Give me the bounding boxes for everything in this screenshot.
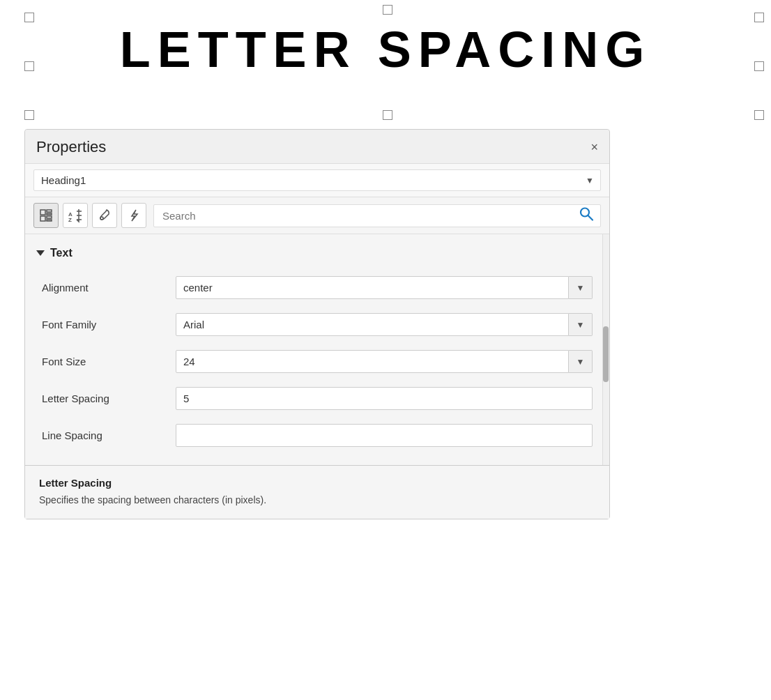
search-input[interactable] (153, 204, 601, 227)
canvas-title: LETTER SPACING (120, 21, 652, 78)
alignment-control: ▼ (176, 276, 593, 299)
line-spacing-input[interactable] (176, 424, 593, 447)
svg-rect-1 (47, 210, 52, 212)
section-title: Text (50, 247, 72, 259)
lightning-icon (127, 208, 141, 222)
scrollbar[interactable] (602, 234, 609, 465)
alignment-input[interactable] (176, 276, 569, 299)
wrench-icon (98, 208, 112, 222)
svg-point-11 (100, 217, 103, 220)
toolbar-grid-button[interactable] (33, 203, 59, 228)
text-section-header[interactable]: Text (25, 241, 609, 265)
grid-icon (39, 208, 53, 222)
panel-body-wrapper: Text Alignment ▼ Font Family (25, 234, 609, 465)
toolbar-row: A Z (25, 197, 609, 234)
font-size-dropdown-button[interactable]: ▼ (569, 350, 593, 373)
letter-spacing-input[interactable] (176, 387, 593, 410)
handle-top-center[interactable] (383, 5, 392, 15)
properties-list: Alignment ▼ Font Family ▼ Font (25, 265, 609, 458)
toolbar-wrench-button[interactable] (92, 203, 117, 228)
prop-row-alignment: Alignment ▼ (42, 269, 593, 306)
svg-rect-4 (47, 216, 52, 218)
font-size-label: Font Size (42, 356, 167, 367)
svg-text:Z: Z (68, 217, 72, 223)
svg-rect-5 (47, 220, 52, 221)
font-size-input[interactable] (176, 350, 569, 373)
line-spacing-control (176, 424, 593, 447)
section-collapse-icon (36, 250, 45, 256)
handle-bottom-right[interactable] (754, 110, 764, 120)
prop-row-line-spacing: Line Spacing (42, 417, 593, 454)
panel-content: Text Alignment ▼ Font Family (25, 234, 609, 465)
prop-row-font-family: Font Family ▼ (42, 306, 593, 343)
sort-az-icon: A Z (68, 208, 83, 223)
alignment-label: Alignment (42, 282, 167, 294)
info-title: Letter Spacing (39, 477, 595, 489)
handle-bottom-left[interactable] (24, 110, 34, 120)
info-section: Letter Spacing Specifies the spacing bet… (25, 465, 609, 519)
panel-title: Properties (36, 138, 106, 156)
alignment-dropdown-button[interactable]: ▼ (569, 276, 593, 299)
scrollbar-thumb[interactable] (603, 326, 609, 382)
properties-panel: Properties × Heading1 ▼ A Z (24, 129, 610, 519)
font-family-dropdown-button[interactable]: ▼ (569, 313, 593, 336)
heading-select-wrapper: Heading1 ▼ (33, 169, 601, 191)
svg-rect-3 (40, 216, 45, 221)
prop-row-font-size: Font Size ▼ (42, 343, 593, 380)
font-family-control: ▼ (176, 313, 593, 336)
font-family-label: Font Family (42, 319, 167, 330)
search-wrapper (153, 204, 601, 227)
heading-dropdown-row: Heading1 ▼ (25, 164, 609, 197)
close-button[interactable]: × (590, 141, 598, 153)
canvas-area: LETTER SPACING (0, 0, 771, 146)
handle-top-left[interactable] (24, 13, 34, 22)
svg-rect-0 (40, 210, 45, 215)
toolbar-lightning-button[interactable] (121, 203, 146, 228)
panel-header: Properties × (25, 130, 609, 164)
letter-spacing-control (176, 387, 593, 410)
handle-middle-left[interactable] (24, 61, 34, 71)
font-family-input[interactable] (176, 313, 569, 336)
heading-select[interactable]: Heading1 (33, 169, 601, 191)
line-spacing-label: Line Spacing (42, 429, 167, 441)
toolbar-sort-button[interactable]: A Z (63, 203, 88, 228)
letter-spacing-label: Letter Spacing (42, 393, 167, 404)
prop-row-letter-spacing: Letter Spacing (42, 380, 593, 417)
handle-middle-right[interactable] (754, 61, 764, 71)
handle-top-right[interactable] (754, 13, 764, 22)
handle-bottom-center[interactable] (383, 110, 392, 120)
font-size-control: ▼ (176, 350, 593, 373)
info-description: Specifies the spacing between characters… (39, 493, 595, 508)
svg-rect-2 (47, 213, 52, 215)
